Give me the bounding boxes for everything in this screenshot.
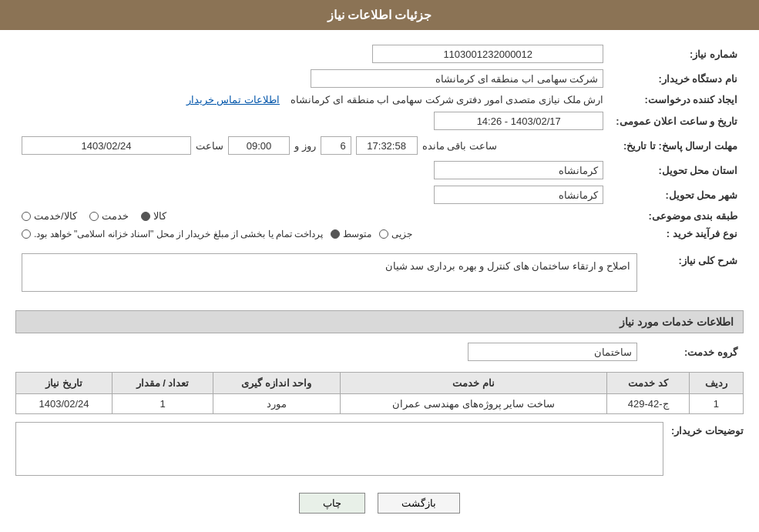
creator-label: ایجاد کننده درخواست:	[610, 91, 744, 109]
deadline-days-box: 6	[321, 136, 351, 155]
page-title: جزئیات اطلاعات نیاز	[327, 8, 432, 22]
need-number-label: شماره نیاز:	[610, 42, 744, 66]
radio-kala-label: کالا	[153, 210, 166, 222]
process-value: پرداخت تمام یا بخشی از مبلغ خریدار از مح…	[15, 225, 610, 243]
radio-partial-icon	[379, 229, 388, 239]
description-label: شرح کلی نیاز:	[643, 250, 744, 303]
service-group-label: گروه خدمت:	[643, 340, 744, 364]
deadline-date-box: 1403/02/24	[22, 136, 191, 155]
info-grid: شماره نیاز: 1103001232000012 نام دستگاه …	[15, 42, 744, 243]
buyer-notes-row: توضیحات خریدار:	[15, 422, 744, 476]
deadline-time-box: 09:00	[228, 136, 290, 155]
description-watermark-area: اصلاح و ارتقاء ساختمان های کنترل و بهره …	[22, 253, 637, 299]
services-table: ردیف کد خدمت نام خدمت واحد اندازه گیری ت…	[15, 372, 744, 414]
process-option-medium[interactable]: متوسط	[331, 229, 371, 239]
th-name: نام خدمت	[340, 373, 607, 394]
td-unit-1: مورد	[213, 394, 340, 414]
process-option-full-text[interactable]: پرداخت تمام یا بخشی از مبلغ خریدار از مح…	[22, 229, 323, 239]
td-code-1: ج-42-429	[607, 394, 689, 414]
td-row-1: 1	[689, 394, 743, 414]
buyer-notes-label: توضیحات خریدار:	[671, 422, 744, 437]
creator-text: ارش ملک نیازی متصدی امور دفتری شرکت سهام…	[291, 94, 603, 105]
radio-kala-khadamat-label: کالا/خدمت	[34, 210, 77, 222]
services-section-header: اطلاعات خدمات مورد نیاز	[15, 310, 744, 333]
td-name-1: ساخت سایر پروژه‌های مهندسی عمران	[340, 394, 607, 414]
main-content: شماره نیاز: 1103001232000012 نام دستگاه …	[0, 30, 759, 532]
buyer-org-box: شرکت سهامی اب منطقه ای کرمانشاه	[311, 69, 603, 88]
service-group-value-cell: ساختمان	[15, 340, 643, 364]
category-value: کالا/خدمت خدمت کالا	[15, 207, 610, 225]
th-quantity: تعداد / مقدار	[113, 373, 213, 394]
description-value-cell: اصلاح و ارتقاء ساختمان های کنترل و بهره …	[15, 250, 643, 303]
page-wrapper: جزئیات اطلاعات نیاز شماره نیاز: 11030012…	[0, 0, 759, 532]
radio-kala-icon	[141, 212, 150, 221]
province-label: استان محل تحویل:	[610, 158, 744, 182]
page-header: جزئیات اطلاعات نیاز	[0, 0, 759, 30]
buyer-org-label: نام دستگاه خریدار:	[610, 66, 744, 91]
deadline-remaining-label: ساعت باقی مانده	[422, 140, 497, 152]
process-option-partial[interactable]: جزیی	[379, 229, 412, 239]
th-code: کد خدمت	[607, 373, 689, 394]
buyer-notes-box	[15, 422, 663, 476]
category-radio-group: کالا/خدمت خدمت کالا	[22, 210, 603, 222]
need-number-box: 1103001232000012	[372, 45, 603, 63]
table-row: 1 ج-42-429 ساخت سایر پروژه‌های مهندسی عم…	[16, 394, 744, 414]
creator-link[interactable]: اطلاعات تماس خریدار	[186, 94, 280, 105]
radio-medium-icon	[331, 229, 340, 239]
need-number-value: 1103001232000012	[73, 42, 610, 66]
th-date: تاریخ نیاز	[16, 373, 113, 394]
city-label: شهر محل تحویل:	[610, 182, 744, 207]
announce-date-box: 1403/02/17 - 14:26	[434, 112, 603, 130]
buyer-org-value: شرکت سهامی اب منطقه ای کرمانشاه	[15, 66, 610, 91]
radio-partial-label: جزیی	[391, 229, 412, 239]
print-button[interactable]: چاپ	[299, 493, 365, 514]
description-grid: شرح کلی نیاز: اصلاح و ارتقاء ساختمان های…	[15, 250, 744, 303]
province-box: کرمانشاه	[434, 161, 603, 179]
deadline-remaining-box: 17:32:58	[356, 136, 418, 155]
radio-medium-label: متوسط	[343, 229, 371, 239]
description-text: اصلاح و ارتقاء ساختمان های کنترل و بهره …	[385, 260, 630, 272]
th-unit: واحد اندازه گیری	[213, 373, 340, 394]
deadline-row: 1403/02/24 ساعت 09:00 روز و 6 17:32:58 س…	[15, 133, 610, 158]
category-option-kala-khadamat[interactable]: کالا/خدمت	[22, 210, 77, 222]
city-value: کرمانشاه	[15, 182, 610, 207]
process-radio-group: پرداخت تمام یا بخشی از مبلغ خریدار از مح…	[22, 229, 603, 239]
td-quantity-1: 1	[113, 394, 213, 414]
announce-date-label: تاریخ و ساعت اعلان عمومی:	[610, 109, 744, 133]
radio-kala-khadamat-icon	[22, 212, 31, 221]
back-button[interactable]: بازگشت	[378, 493, 460, 514]
process-label: نوع فرآیند خرید :	[610, 225, 744, 243]
city-box: کرمانشاه	[434, 186, 603, 204]
radio-khadamat-icon	[89, 212, 99, 221]
deadline-time-label: ساعت	[196, 140, 223, 152]
buttons-row: بازگشت چاپ	[15, 483, 744, 523]
service-group-grid: گروه خدمت: ساختمان	[15, 340, 744, 364]
category-label: طبقه بندی موضوعی:	[610, 207, 744, 225]
announce-date-value: 1403/02/17 - 14:26	[15, 109, 610, 133]
th-row: ردیف	[689, 373, 743, 394]
creator-value: ارش ملک نیازی متصدی امور دفتری شرکت سهام…	[15, 91, 610, 109]
deadline-day-label: روز و	[294, 140, 316, 152]
category-option-kala[interactable]: کالا	[141, 210, 166, 222]
radio-full-text-icon	[22, 229, 31, 239]
province-value: کرمانشاه	[15, 158, 610, 182]
description-box: اصلاح و ارتقاء ساختمان های کنترل و بهره …	[22, 253, 637, 292]
radio-full-text-label: پرداخت تمام یا بخشی از مبلغ خریدار از مح…	[34, 229, 323, 239]
service-group-box: ساختمان	[468, 343, 637, 361]
radio-khadamat-label: خدمت	[102, 210, 129, 222]
deadline-label: مهلت ارسال پاسخ: تا تاریخ:	[610, 133, 744, 158]
td-date-1: 1403/02/24	[16, 394, 113, 414]
category-option-khadamat[interactable]: خدمت	[89, 210, 129, 222]
